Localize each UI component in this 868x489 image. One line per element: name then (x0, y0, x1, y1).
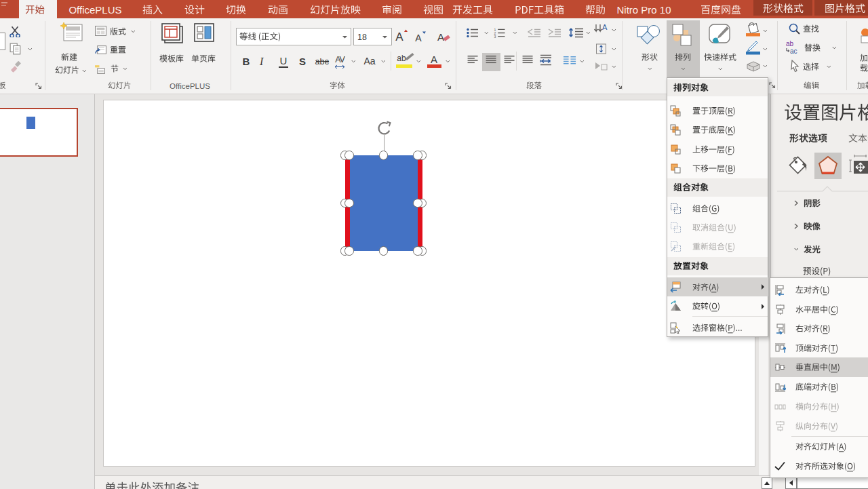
svg-text:A: A (602, 23, 608, 31)
svg-text:3: 3 (494, 35, 496, 38)
svg-text:ac: ac (790, 47, 797, 55)
svg-text:ab: ab (786, 40, 794, 47)
